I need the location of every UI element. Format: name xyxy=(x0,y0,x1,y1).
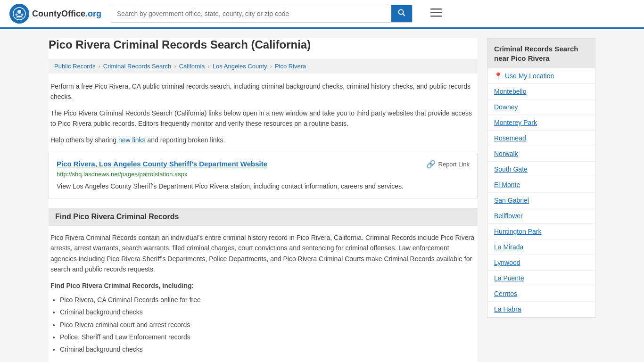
svg-point-1 xyxy=(17,10,21,14)
city-link[interactable]: Bellflower xyxy=(494,212,523,220)
intro-text-2: The Pico Rivera Criminal Records Search … xyxy=(49,108,478,129)
breadcrumb-sep-3: › xyxy=(208,63,210,70)
sidebar-item-south-gate[interactable]: South Gate xyxy=(487,162,595,177)
intro3-post: and reporting broken links. xyxy=(146,136,225,144)
result-card: Pico Rivera, Los Angeles County Sheriff'… xyxy=(49,153,478,198)
breadcrumb-sep-1: › xyxy=(98,63,100,70)
city-link[interactable]: La Puente xyxy=(494,274,524,282)
logo[interactable]: CountyOffice.org xyxy=(9,4,101,24)
svg-point-2 xyxy=(16,14,18,16)
list-item: Pico Rivera, CA Criminal Records online … xyxy=(60,295,476,305)
city-link[interactable]: Lynwood xyxy=(494,259,520,266)
city-link[interactable]: Norwalk xyxy=(494,150,518,157)
sidebar-item-rosemead[interactable]: Rosemead xyxy=(487,131,595,146)
section-body: Pico Rivera Criminal Records contain an … xyxy=(49,226,478,362)
result-url[interactable]: http://shq.lasdnews.net/pages/patrolstat… xyxy=(57,171,470,178)
search-button[interactable] xyxy=(391,5,412,22)
breadcrumb-sep-2: › xyxy=(174,63,176,70)
sidebar: Criminal Records Search near Pico Rivera… xyxy=(487,38,595,362)
sidebar-item-montebello[interactable]: Montebello xyxy=(487,84,595,99)
city-link[interactable]: La Habra xyxy=(494,305,521,313)
city-link[interactable]: Monterey Park xyxy=(494,119,537,126)
result-title-link[interactable]: Pico Rivera, Los Angeles County Sheriff'… xyxy=(57,160,267,168)
sidebar-item-monterey-park[interactable]: Monterey Park xyxy=(487,115,595,131)
intro-text-1: Perform a free Pico Rivera, CA public cr… xyxy=(49,81,478,102)
page-title: Pico Rivera Criminal Records Search (Cal… xyxy=(49,38,478,51)
city-link[interactable]: Rosemead xyxy=(494,134,526,142)
city-link[interactable]: La Mirada xyxy=(494,243,523,251)
new-links-link[interactable]: new links xyxy=(118,136,146,144)
use-my-location-link[interactable]: Use My Location xyxy=(505,72,554,80)
breadcrumb-criminal-records[interactable]: Criminal Records Search xyxy=(103,63,172,70)
report-link[interactable]: 🔗 Report Link xyxy=(426,160,470,169)
breadcrumb: Public Records › Criminal Records Search… xyxy=(49,59,478,74)
breadcrumb-la-county[interactable]: Los Angeles County xyxy=(213,63,267,70)
main-container: Pico Rivera Criminal Records Search (Cal… xyxy=(39,29,605,362)
sidebar-item-huntington-park[interactable]: Huntington Park xyxy=(487,224,595,239)
svg-line-5 xyxy=(403,14,405,16)
city-link[interactable]: South Gate xyxy=(494,165,528,173)
sidebar-item-downey[interactable]: Downey xyxy=(487,99,595,115)
breadcrumb-california[interactable]: California xyxy=(179,63,205,70)
record-list: Pico Rivera, CA Criminal Records online … xyxy=(50,295,476,355)
report-icon: 🔗 xyxy=(426,160,436,169)
breadcrumb-sep-4: › xyxy=(270,63,272,70)
result-desc: View Los Angeles County Sheriff's Depart… xyxy=(57,181,470,191)
city-link[interactable]: Montebello xyxy=(494,88,527,95)
intro-text-3: Help others by sharing new links and rep… xyxy=(49,135,478,145)
list-item: Police, Sheriff and Law Enforcement reco… xyxy=(60,332,476,342)
sidebar-item-cerritos[interactable]: Cerritos xyxy=(487,286,595,302)
sidebar-item-la-habra[interactable]: La Habra xyxy=(487,302,595,317)
sidebar-title: Criminal Records Search near Pico Rivera xyxy=(487,39,595,68)
sidebar-item-la-puente[interactable]: La Puente xyxy=(487,271,595,286)
city-link[interactable]: San Gabriel xyxy=(494,197,529,204)
sidebar-item-bellflower[interactable]: Bellflower xyxy=(487,208,595,224)
logo-icon xyxy=(9,4,29,24)
sidebar-use-location[interactable]: 📍 Use My Location xyxy=(487,68,595,84)
svg-point-4 xyxy=(399,10,404,15)
sidebar-item-norwalk[interactable]: Norwalk xyxy=(487,146,595,162)
sidebar-item-la-mirada[interactable]: La Mirada xyxy=(487,239,595,255)
section-header: Find Pico Rivera Criminal Records xyxy=(49,208,478,226)
search-input[interactable] xyxy=(111,5,391,22)
logo-text: CountyOffice.org xyxy=(32,9,101,19)
city-link[interactable]: Cerritos xyxy=(494,290,517,297)
city-link[interactable]: El Monte xyxy=(494,181,520,189)
section-text: Pico Rivera Criminal Records contain an … xyxy=(50,232,476,275)
city-link[interactable]: Huntington Park xyxy=(494,228,541,235)
location-pin-icon: 📍 xyxy=(494,72,502,80)
search-bar xyxy=(111,5,413,23)
report-label: Report Link xyxy=(438,161,470,168)
content-area: Pico Rivera Criminal Records Search (Cal… xyxy=(49,38,478,362)
list-item: Pico Rivera criminal court and arrest re… xyxy=(60,320,476,330)
list-item: Criminal background checks xyxy=(60,344,476,354)
intro3-pre: Help others by sharing xyxy=(50,136,118,144)
header: CountyOffice.org xyxy=(0,0,644,29)
svg-rect-7 xyxy=(430,12,442,14)
sidebar-item-san-gabriel[interactable]: San Gabriel xyxy=(487,193,595,208)
breadcrumb-public-records[interactable]: Public Records xyxy=(54,63,95,70)
section-sub-title: Find Pico Rivera Criminal Records, inclu… xyxy=(50,280,476,291)
list-item: Criminal background checks xyxy=(60,307,476,317)
sidebar-item-el-monte[interactable]: El Monte xyxy=(487,177,595,193)
menu-button[interactable] xyxy=(427,6,446,22)
svg-point-3 xyxy=(21,14,24,16)
breadcrumb-pico-rivera[interactable]: Pico Rivera xyxy=(275,63,306,70)
result-card-header: Pico Rivera, Los Angeles County Sheriff'… xyxy=(57,160,470,169)
svg-rect-6 xyxy=(430,8,442,10)
sidebar-box: Criminal Records Search near Pico Rivera… xyxy=(487,38,595,318)
city-link[interactable]: Downey xyxy=(494,103,518,111)
sidebar-item-lynwood[interactable]: Lynwood xyxy=(487,255,595,271)
svg-rect-8 xyxy=(430,16,442,17)
